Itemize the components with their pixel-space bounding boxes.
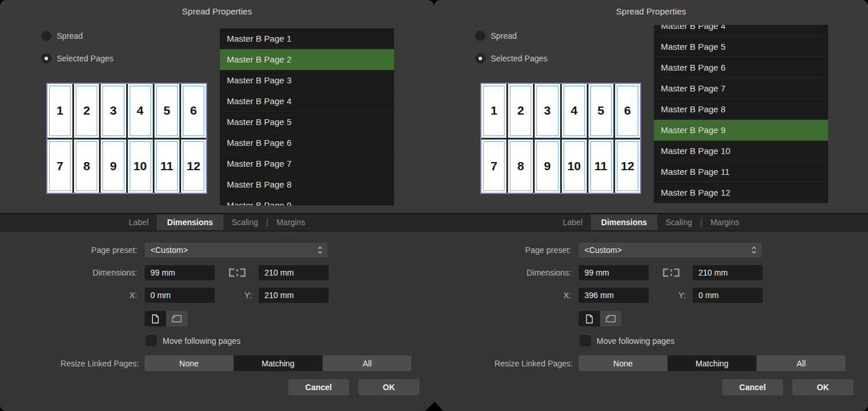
list-item[interactable]: Master B Page 8 [220, 174, 394, 195]
resize-matching-button[interactable]: Matching [234, 355, 322, 371]
list-item[interactable]: Master B Page 1 [220, 28, 394, 49]
width-field[interactable] [579, 265, 649, 280]
preview-page[interactable]: 9 [535, 140, 560, 193]
page-number: 4 [562, 84, 587, 138]
width-field[interactable] [145, 265, 215, 280]
master-page-list[interactable]: Master B Page 4 Master B Page 5 Master B… [654, 25, 828, 203]
resize-linked-pages-label: Resize Linked Pages: [61, 359, 139, 368]
x-label: X: [130, 291, 137, 300]
preview-page[interactable]: 2 [74, 84, 99, 138]
page-preset-select[interactable]: <Custom> [145, 243, 328, 258]
preview-page[interactable]: 12 [615, 140, 640, 193]
height-field[interactable] [693, 265, 763, 280]
ok-button[interactable]: OK [358, 379, 420, 395]
list-item[interactable]: Master B Page 4 [654, 25, 828, 36]
page-number: 8 [508, 140, 533, 193]
x-field[interactable] [579, 288, 649, 303]
radio-spread[interactable]: Spread [41, 31, 83, 41]
preview-page[interactable]: 7 [47, 140, 72, 193]
tab-margins[interactable]: Margins [269, 214, 314, 230]
preview-page[interactable]: 7 [481, 140, 506, 193]
preview-page[interactable]: 10 [562, 140, 587, 193]
tab-margins[interactable]: Margins [703, 214, 748, 230]
radio-selected-pages[interactable]: Selected Pages [41, 53, 113, 64]
list-item-selected[interactable]: Master B Page 2 [220, 49, 394, 70]
height-field[interactable] [259, 265, 329, 280]
preview-page[interactable]: 5 [589, 84, 613, 138]
list-item[interactable]: Master B Page 3 [220, 70, 394, 91]
landscape-orientation-button[interactable] [600, 311, 621, 326]
ok-button[interactable]: OK [792, 379, 854, 395]
page-preset-select[interactable]: <Custom> [579, 243, 762, 258]
page-title: Spread Properties [434, 6, 868, 16]
resize-all-button[interactable]: All [757, 355, 845, 371]
preview-page[interactable]: 9 [101, 140, 126, 193]
move-following-checkbox[interactable] [580, 335, 591, 346]
preview-page[interactable]: 6 [615, 84, 640, 138]
page-title: Spread Properties [0, 6, 434, 16]
tab-dimensions[interactable]: Dimensions [591, 214, 657, 230]
preview-page[interactable]: 8 [74, 140, 99, 193]
cancel-button[interactable]: Cancel [722, 379, 783, 395]
list-item[interactable]: Master B Page 11 [654, 162, 828, 182]
list-item[interactable]: Master B Page 5 [654, 36, 828, 57]
list-item[interactable]: Master B Page 12 [654, 182, 828, 203]
master-page-list[interactable]: Master B Page 1 Master B Page 2 Master B… [220, 28, 394, 206]
preview-page[interactable]: 3 [535, 84, 560, 138]
page-preset-value: <Custom> [150, 245, 188, 255]
list-item-selected[interactable]: Master B Page 9 [654, 120, 828, 141]
cancel-button[interactable]: Cancel [288, 379, 349, 395]
portrait-orientation-button[interactable] [579, 311, 600, 326]
radio-spread[interactable]: Spread [475, 31, 517, 41]
portrait-page-icon [152, 314, 159, 324]
preview-page[interactable]: 6 [181, 84, 206, 138]
resize-none-button[interactable]: None [145, 355, 233, 371]
broken-link-icon[interactable] [228, 267, 247, 278]
preview-page[interactable]: 12 [181, 140, 206, 193]
preview-page[interactable]: 2 [508, 84, 533, 138]
resize-none-button[interactable]: None [579, 355, 667, 371]
y-field[interactable] [693, 288, 763, 303]
page-number: 4 [128, 84, 153, 138]
list-item[interactable]: Master B Page 7 [220, 153, 394, 174]
resize-all-button[interactable]: All [323, 355, 411, 371]
tab-label[interactable]: Label [121, 214, 157, 230]
preview-page[interactable]: 5 [155, 84, 179, 138]
x-field[interactable] [145, 288, 215, 303]
list-item[interactable]: Master B Page 7 [654, 78, 828, 99]
radio-selected-pages[interactable]: Selected Pages [475, 53, 547, 64]
master-page-list-items: Master B Page 1 Master B Page 2 Master B… [220, 28, 394, 206]
page-number: 11 [155, 140, 179, 193]
preview-page[interactable]: 3 [101, 84, 126, 138]
list-item[interactable]: Master B Page 10 [654, 141, 828, 162]
preview-page[interactable]: 11 [155, 140, 179, 193]
broken-link-icon[interactable] [662, 267, 681, 278]
list-item[interactable]: Master B Page 6 [654, 57, 828, 78]
list-item[interactable]: Master B Page 9 [220, 195, 394, 206]
list-item[interactable]: Master B Page 8 [654, 99, 828, 120]
move-following-checkbox[interactable] [146, 335, 157, 346]
y-field[interactable] [259, 288, 329, 303]
landscape-orientation-button[interactable] [166, 311, 187, 326]
list-item[interactable]: Master B Page 5 [220, 112, 394, 133]
tab-dimensions[interactable]: Dimensions [157, 214, 223, 230]
x-label: X: [564, 291, 571, 300]
radio-selected-pages-label: Selected Pages [491, 54, 547, 63]
list-item[interactable]: Master B Page 6 [220, 133, 394, 153]
page-number: 2 [74, 84, 99, 138]
preview-page[interactable]: 1 [47, 84, 72, 138]
move-following-label: Move following pages [597, 336, 675, 346]
portrait-orientation-button[interactable] [145, 311, 166, 326]
tab-scaling[interactable]: Scaling [657, 214, 700, 230]
tab-scaling[interactable]: Scaling [223, 214, 266, 230]
preview-page[interactable]: 10 [128, 140, 153, 193]
list-item[interactable]: Master B Page 4 [220, 91, 394, 112]
preview-page[interactable]: 11 [589, 140, 613, 193]
preview-page[interactable]: 4 [562, 84, 587, 138]
tab-label[interactable]: Label [555, 214, 591, 230]
preview-page[interactable]: 1 [481, 84, 506, 138]
landscape-page-icon [172, 315, 182, 322]
preview-page[interactable]: 8 [508, 140, 533, 193]
resize-matching-button[interactable]: Matching [668, 355, 756, 371]
preview-page[interactable]: 4 [128, 84, 153, 138]
